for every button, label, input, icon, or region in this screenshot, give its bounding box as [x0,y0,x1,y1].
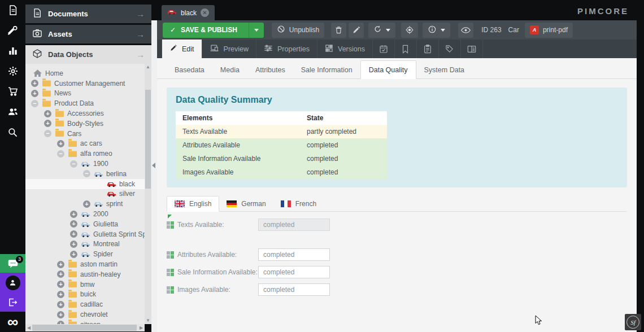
tree-horizontal-scrollbar[interactable]: ◀ ▶ [25,324,145,331]
rename-button[interactable] [349,23,364,38]
sidebar-splitter[interactable] [151,20,157,332]
logout-button[interactable] [0,292,25,312]
expand-plus-icon[interactable]: + [57,291,64,298]
scrollbar-thumb[interactable] [32,325,137,331]
tree-item-customer-management[interactable]: +Customer Management [25,78,145,89]
collapse-minus-icon[interactable]: − [83,170,90,177]
sidebar-panel-assets[interactable]: Assets → [25,25,151,43]
content-tab-data-quality[interactable]: Data Quality [360,60,416,79]
tree-item-2000[interactable]: +2000 [25,209,145,219]
expand-plus-icon[interactable]: + [70,251,77,258]
documents-icon[interactable] [0,0,25,20]
expand-plus-icon[interactable]: + [31,90,38,97]
tree-item-aston-martin[interactable]: +aston martin [25,259,145,269]
tree-item-giulietta[interactable]: +Giulietta [25,219,145,229]
tab-custom-layout[interactable] [461,40,483,58]
tree-item-sprint[interactable]: +sprint [25,199,145,209]
expand-plus-icon[interactable]: + [57,311,64,318]
user-profile-button[interactable] [0,273,25,292]
reports-icon[interactable] [0,41,25,61]
tree-vertical-scrollbar[interactable]: ▲ ▼ [145,64,151,324]
scroll-right-icon[interactable]: ▶ [138,324,145,331]
cart-icon[interactable] [0,81,25,102]
tree-item-ac-cars[interactable]: +ac cars [25,139,145,149]
expand-plus-icon[interactable]: + [57,270,64,278]
expand-plus-icon[interactable]: + [70,220,77,228]
expand-plus-icon[interactable]: + [70,211,77,218]
tab-versions[interactable]: Versions [317,40,373,58]
tree-item-product-data[interactable]: −Product Data [25,98,145,108]
tab-preview[interactable]: Preview [202,40,256,58]
sidebar-panel-data-objects[interactable]: Data Objects → [25,45,151,64]
scroll-left-icon[interactable]: ◀ [25,324,32,331]
tree-item-montreal[interactable]: +Montreal [25,239,145,250]
settings-icon[interactable] [0,61,25,81]
language-tab-german[interactable]: German [219,196,273,211]
tree-item-gulietta-sprint-specia[interactable]: +Gulietta Sprint Specia [25,229,145,239]
preview-eye-button[interactable] [458,23,473,38]
save-options-dropdown[interactable] [249,23,264,38]
tree-item-citroen[interactable]: +citroen [25,320,145,324]
tab-notes-events[interactable] [417,40,439,58]
content-tab-sale-information[interactable]: Sale Information [293,61,360,78]
symfony-debug-button[interactable]: Sf [625,314,641,330]
notifications-button[interactable]: 3 [0,254,25,273]
scrollbar-thumb[interactable] [145,90,151,189]
expand-plus-icon[interactable]: + [57,140,64,147]
content-tab-basedata[interactable]: Basedata [167,61,212,78]
tab-edit[interactable]: Edit [162,40,202,58]
expand-plus-icon[interactable]: + [57,261,64,268]
collapse-sidebar-icon[interactable] [152,163,155,168]
save-publish-button[interactable]: ✓SAVE & PUBLISH [163,23,264,38]
scroll-up-icon[interactable]: ▲ [145,64,151,71]
print-pdf-button[interactable]: A print-pdf [525,23,573,38]
sale-information-available-input[interactable] [258,266,330,278]
sidebar-panel-documents[interactable]: Documents → [25,5,151,23]
scroll-down-icon[interactable]: ▼ [145,317,151,324]
expand-plus-icon[interactable]: + [70,241,77,248]
expand-arrow-icon[interactable]: → [136,29,145,39]
collapse-minus-icon[interactable]: − [70,160,77,168]
expand-plus-icon[interactable]: + [44,120,51,127]
reload-button[interactable] [368,23,395,38]
tree-item-alfa-romeo[interactable]: −alfa romeo [25,148,145,159]
tree-item-black[interactable]: black [25,179,145,189]
tree-item-buick[interactable]: +buick [25,290,145,300]
locate-in-tree-button[interactable] [401,23,418,38]
search-icon[interactable] [0,122,25,142]
expand-arrow-icon[interactable]: → [136,50,145,59]
collapse-minus-icon[interactable]: − [57,150,64,158]
expand-plus-icon[interactable]: + [57,281,64,288]
reload-options-dropdown[interactable] [386,29,390,32]
language-tab-english[interactable]: English [167,196,219,212]
tree-item-accessories[interactable]: +Accessories [25,108,145,119]
content-tab-system-data[interactable]: System Data [416,61,473,78]
tab-tags[interactable] [439,40,461,58]
language-tab-french[interactable]: French [273,196,324,211]
close-tab-icon[interactable]: ✕ [201,8,209,17]
tree-item-spider[interactable]: +Spider [25,249,145,259]
tools-icon[interactable] [0,20,25,41]
tree-item-austin-healey[interactable]: +austin-healey [25,269,145,279]
tree-item-news[interactable]: +News [25,89,145,99]
tree-item-bmw[interactable]: +bmw [25,279,145,290]
images-available-input[interactable] [258,283,330,296]
attributes-available-input[interactable] [258,248,330,261]
tree-item-cadillac[interactable]: +cadillac [25,299,145,309]
tree-item-1900[interactable]: −1900 [25,159,145,169]
expand-plus-icon[interactable]: + [83,200,90,208]
expand-plus-icon[interactable]: + [31,80,38,87]
users-icon[interactable] [0,102,25,122]
tree-item-home[interactable]: Home [25,68,145,78]
tree-item-berlina[interactable]: −berlina [25,169,145,179]
expand-plus-icon[interactable]: + [57,301,64,308]
content-tab-media[interactable]: Media [212,61,247,78]
tab-bookmark[interactable] [395,40,417,58]
tree-item-body-styles[interactable]: +Body-Styles [25,119,145,129]
tree-item-chevrolet[interactable]: +chevrolet [25,309,145,320]
pimcore-infinity-logo[interactable]: ∞ [0,312,25,332]
tab-schedule[interactable] [373,40,395,58]
collapse-minus-icon[interactable]: − [31,100,38,107]
tab-properties[interactable]: Properties [256,40,317,58]
expand-plus-icon[interactable]: + [70,230,77,238]
